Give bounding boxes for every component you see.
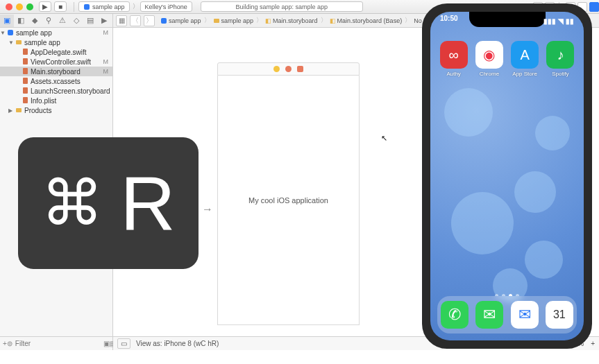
navigator-tabs: ▣ ◧ ◆ ⚲ ⚠ ◇ ▤ ▶ <box>0 14 113 27</box>
tree-root-label: sample app <box>16 29 52 37</box>
scene[interactable]: My cool iOS application <box>217 62 360 325</box>
shortcut-overlay: ⌘ R <box>18 137 199 269</box>
crumb-variant[interactable]: ◧Main.storyboard (Base) <box>328 17 404 24</box>
device-label: Kelley's iPhone <box>145 3 187 10</box>
svg-rect-8 <box>23 78 28 84</box>
debug-navigator-tab[interactable]: ▤ <box>83 15 97 27</box>
simulator-screen[interactable]: 10:50 ▮▮▮ ◥ ▮▮ ∞Authy◉ChromeAApp Store♪S… <box>430 12 584 340</box>
run-button[interactable]: ▶ <box>39 1 51 12</box>
svg-rect-4 <box>16 40 22 44</box>
initial-vc-arrow[interactable]: → <box>202 203 213 216</box>
disclosure-icon[interactable]: ▼ <box>0 30 6 36</box>
scene-dock[interactable] <box>217 62 360 76</box>
command-key-icon: ⌘ <box>41 172 103 234</box>
file-label: ViewController.swift <box>31 58 91 66</box>
crumb-group[interactable]: sample app <box>212 17 255 24</box>
view-as-label[interactable]: View as: iPhone 8 (wC hR) <box>136 340 219 347</box>
home-app[interactable]: AApp Store <box>507 41 542 77</box>
svg-rect-2 <box>214 19 219 23</box>
svg-rect-7 <box>23 68 28 74</box>
battery-icon: ▮▮ <box>566 17 574 25</box>
destination-selector[interactable]: Kelley's iPhone <box>140 1 192 12</box>
app-icon <box>83 3 90 10</box>
app-icon: ♪ <box>546 41 574 69</box>
test-navigator-tab[interactable]: ◇ <box>69 15 83 27</box>
disclosure-icon[interactable]: ▶ <box>8 107 15 114</box>
svg-rect-1 <box>161 18 167 24</box>
label-element[interactable]: My cool iOS application <box>248 196 328 205</box>
svg-rect-5 <box>23 49 28 55</box>
view-controller-icon[interactable] <box>273 66 280 72</box>
file-icon <box>21 78 29 85</box>
scheme-selector[interactable]: sample app <box>78 1 130 12</box>
tree-products-label: Products <box>24 107 51 114</box>
panel-right-toggle[interactable] <box>589 2 599 12</box>
file-label: Info.plist <box>31 97 56 105</box>
zoom-window[interactable] <box>26 3 33 10</box>
minimize-window[interactable] <box>16 3 23 10</box>
tree-products[interactable]: ▶ Products <box>0 105 112 115</box>
first-responder-icon[interactable] <box>285 66 292 72</box>
tree-file[interactable]: Main.storyboardM <box>0 67 112 76</box>
home-app[interactable]: ♪Spotify <box>543 41 577 77</box>
zoom-in-button[interactable]: + <box>591 340 595 347</box>
dock-app[interactable]: ✉ <box>511 301 539 329</box>
r-key-label: R <box>120 165 175 241</box>
tree-group[interactable]: ▼ sample app <box>0 37 112 47</box>
status-time: 10:50 <box>440 15 458 27</box>
svg-rect-10 <box>23 97 28 103</box>
scheme-app-label: sample app <box>92 3 125 10</box>
find-navigator-tab[interactable]: ⚲ <box>42 15 56 27</box>
file-icon <box>21 58 29 65</box>
simulator-window[interactable]: 10:50 ▮▮▮ ◥ ▮▮ ∞Authy◉ChromeAApp Store♪S… <box>422 3 592 349</box>
tree-file[interactable]: Info.plist <box>0 96 112 105</box>
home-app[interactable]: ◉Chrome <box>472 41 507 77</box>
scm-badge: M <box>103 68 109 75</box>
file-icon <box>21 49 29 55</box>
device-config-button[interactable]: ▭ <box>117 338 130 349</box>
scm-badge: M <box>103 29 109 36</box>
filter-input[interactable] <box>12 340 103 347</box>
wifi-icon: ◥ <box>558 17 564 25</box>
disclosure-icon[interactable]: ▼ <box>8 40 15 46</box>
tree-file[interactable]: LaunchScreen.storyboard <box>0 86 112 96</box>
exit-icon[interactable] <box>297 66 303 72</box>
dock-app[interactable]: ✆ <box>441 301 469 329</box>
svg-rect-3 <box>8 30 13 35</box>
file-label: Assets.xcassets <box>31 78 81 85</box>
home-apps: ∞Authy◉ChromeAApp Store♪Spotify <box>430 41 584 77</box>
file-icon <box>21 97 29 104</box>
file-label: AppDelegate.swift <box>31 49 87 56</box>
dock: ✆✉✉31 <box>437 296 577 333</box>
tree-root[interactable]: ▼ sample app M <box>0 28 112 37</box>
crumb-project[interactable]: sample app <box>159 17 203 24</box>
breakpoint-navigator-tab[interactable]: ▶ <box>97 15 111 27</box>
forward-button[interactable]: 〉 <box>144 15 155 26</box>
window-controls <box>0 3 39 10</box>
dock-app[interactable]: 31 <box>546 301 573 329</box>
file-icon <box>21 87 29 94</box>
dock-app[interactable]: ✉ <box>475 301 503 329</box>
project-navigator-tab[interactable]: ▣ <box>0 15 14 27</box>
close-window[interactable] <box>6 3 12 10</box>
back-button[interactable]: 〈 <box>130 15 141 26</box>
tree-file[interactable]: Assets.xcassets <box>0 76 112 86</box>
app-icon: ∞ <box>440 41 468 69</box>
issue-navigator-tab[interactable]: ⚠ <box>56 15 69 27</box>
tree-file[interactable]: ViewController.swiftM <box>0 57 112 67</box>
recent-filter-button[interactable]: ▣ <box>103 340 110 347</box>
status-text: Building sample app: sample app <box>236 3 328 10</box>
related-items-button[interactable]: ▦ <box>116 15 127 26</box>
scm-badge: M <box>103 58 109 65</box>
crumb-file[interactable]: ◧Main.storyboard <box>264 17 319 24</box>
source-control-tab[interactable]: ◧ <box>14 15 28 27</box>
signal-icon: ▮▮▮ <box>543 17 556 25</box>
symbol-navigator-tab[interactable]: ◆ <box>28 15 42 27</box>
app-label: App Store <box>512 71 537 77</box>
root-view[interactable]: My cool iOS application <box>217 76 360 325</box>
app-label: Chrome <box>480 71 499 77</box>
tree-file[interactable]: AppDelegate.swift <box>0 47 112 57</box>
home-app[interactable]: ∞Authy <box>437 41 471 77</box>
stop-button[interactable]: ■ <box>54 1 67 12</box>
svg-rect-9 <box>23 87 28 94</box>
